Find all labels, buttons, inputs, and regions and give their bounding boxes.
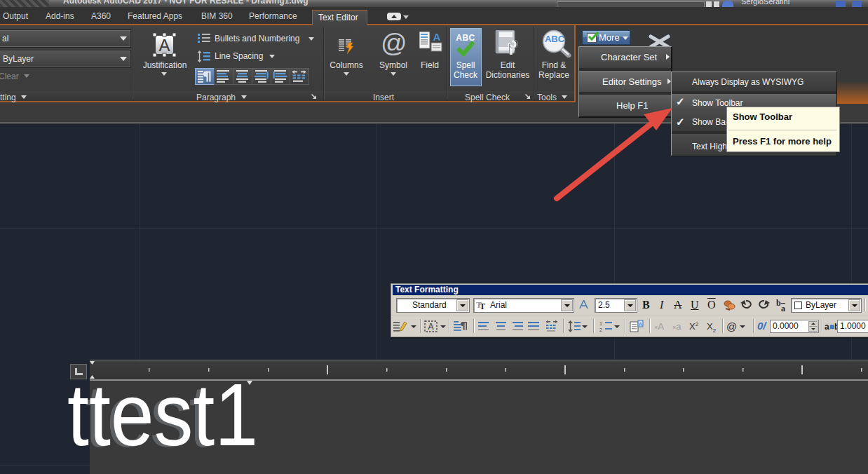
svg-text:1: 1: [599, 321, 602, 326]
svg-text:A: A: [433, 32, 441, 43]
svg-text:A: A: [428, 322, 433, 332]
svg-text:ABC: ABC: [545, 34, 565, 44]
svg-text:2: 2: [599, 327, 602, 332]
svg-text:T: T: [480, 302, 485, 310]
svg-text:A: A: [158, 36, 170, 55]
svg-text:A: A: [639, 321, 643, 327]
